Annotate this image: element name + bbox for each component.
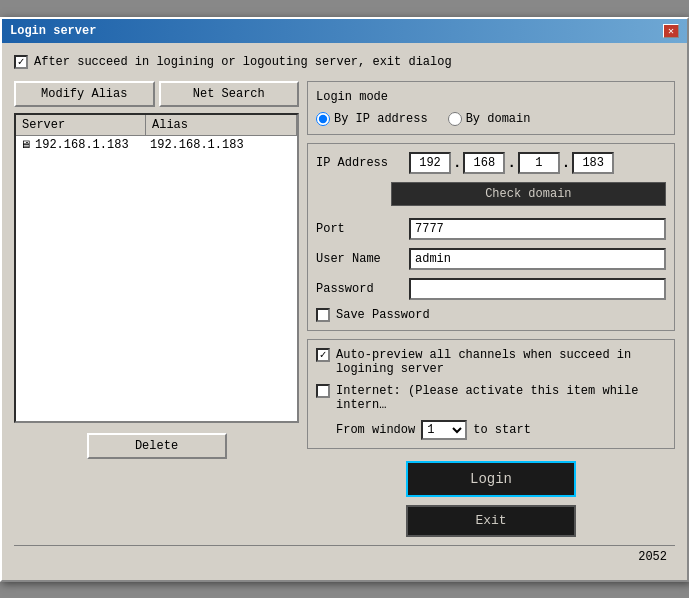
net-search-button[interactable]: Net Search xyxy=(159,81,300,107)
main-content: Modify Alias Net Search Server Alias 🖥 1… xyxy=(14,81,675,537)
by-ip-label: By IP address xyxy=(334,112,428,126)
username-row: User Name xyxy=(316,248,666,270)
internet-label: Internet: (Please activate this item whi… xyxy=(336,384,666,412)
from-window-label: From window xyxy=(336,423,415,437)
action-buttons: Login Exit xyxy=(307,461,675,537)
server-ip-cell: 🖥 192.168.1.183 xyxy=(20,138,150,152)
form-section: IP Address . . . xyxy=(307,143,675,331)
by-domain-option[interactable]: By domain xyxy=(448,112,531,126)
check-domain-row: Check domain xyxy=(316,182,666,210)
ip-segment-3[interactable] xyxy=(518,152,560,174)
modify-alias-button[interactable]: Modify Alias xyxy=(14,81,155,107)
by-ip-option[interactable]: By IP address xyxy=(316,112,428,126)
status-bar: 2052 xyxy=(14,545,675,568)
ip-input-group: . . . xyxy=(409,152,666,174)
window-title: Login server xyxy=(10,24,96,38)
auto-preview-row: Auto-preview all channels when succeed i… xyxy=(316,348,666,376)
password-row: Password xyxy=(316,278,666,300)
by-domain-label: By domain xyxy=(466,112,531,126)
alias-column-header: Alias xyxy=(146,115,297,135)
password-input[interactable] xyxy=(409,278,666,300)
save-password-label: Save Password xyxy=(336,308,430,322)
ip-dot-2: . xyxy=(507,155,515,171)
ip-dot-3: . xyxy=(562,155,570,171)
internet-row: Internet: (Please activate this item whi… xyxy=(316,384,666,412)
ip-address-label: IP Address xyxy=(316,156,401,170)
save-password-checkbox[interactable] xyxy=(316,308,330,322)
delete-row: Delete xyxy=(14,433,299,459)
port-row: Port xyxy=(316,218,666,240)
server-icon: 🖥 xyxy=(20,138,31,151)
auto-preview-checkbox[interactable] xyxy=(316,348,330,362)
internet-checkbox[interactable] xyxy=(316,384,330,398)
server-column-header: Server xyxy=(16,115,146,135)
server-list-container: Server Alias 🖥 192.168.1.183 192.168.1.1… xyxy=(14,113,299,423)
title-bar-controls: ✕ xyxy=(663,24,679,38)
left-panel: Modify Alias Net Search Server Alias 🖥 1… xyxy=(14,81,299,537)
ip-segment-1[interactable] xyxy=(409,152,451,174)
window-body: After succeed in logining or logouting s… xyxy=(2,43,687,580)
from-window-row: From window 1 2 3 4 to start xyxy=(336,420,666,440)
status-code: 2052 xyxy=(638,550,667,564)
list-header: Server Alias xyxy=(16,115,297,136)
by-domain-radio[interactable] xyxy=(448,112,462,126)
login-mode-section: Login mode By IP address By domain xyxy=(307,81,675,135)
by-ip-radio[interactable] xyxy=(316,112,330,126)
login-mode-label: Login mode xyxy=(316,90,666,104)
login-button[interactable]: Login xyxy=(406,461,576,497)
ip-dot-1: . xyxy=(453,155,461,171)
ip-address-row: IP Address . . . xyxy=(316,152,666,174)
right-panel: Login mode By IP address By domain xyxy=(307,81,675,537)
port-input[interactable] xyxy=(409,218,666,240)
to-start-label: to start xyxy=(473,423,531,437)
login-mode-row: By IP address By domain xyxy=(316,112,666,126)
server-alias-cell: 192.168.1.183 xyxy=(150,138,244,152)
server-list-body: 🖥 192.168.1.183 192.168.1.183 xyxy=(16,136,297,418)
ip-segment-2[interactable] xyxy=(463,152,505,174)
password-label: Password xyxy=(316,282,401,296)
server-list-item[interactable]: 🖥 192.168.1.183 192.168.1.183 xyxy=(16,136,297,154)
close-button[interactable]: ✕ xyxy=(663,24,679,38)
delete-button[interactable]: Delete xyxy=(87,433,227,459)
username-input[interactable] xyxy=(409,248,666,270)
auto-preview-label: Auto-preview all channels when succeed i… xyxy=(336,348,666,376)
ip-segment-4[interactable] xyxy=(572,152,614,174)
save-password-row: Save Password xyxy=(316,308,666,322)
check-domain-button[interactable]: Check domain xyxy=(391,182,666,206)
username-label: User Name xyxy=(316,252,401,266)
exit-dialog-label: After succeed in logining or logouting s… xyxy=(34,55,452,69)
exit-dialog-checkbox[interactable] xyxy=(14,55,28,69)
top-buttons: Modify Alias Net Search xyxy=(14,81,299,107)
top-checkbox-row: After succeed in logining or logouting s… xyxy=(14,55,675,69)
from-window-select[interactable]: 1 2 3 4 xyxy=(421,420,467,440)
title-bar: Login server ✕ xyxy=(2,19,687,43)
exit-button[interactable]: Exit xyxy=(406,505,576,537)
port-label: Port xyxy=(316,222,401,236)
options-section: Auto-preview all channels when succeed i… xyxy=(307,339,675,449)
login-server-window: Login server ✕ After succeed in logining… xyxy=(0,17,689,582)
